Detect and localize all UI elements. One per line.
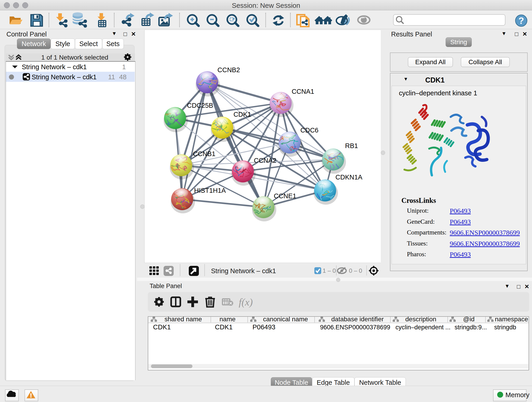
- svg-text:CCNB2: CCNB2: [217, 66, 240, 74]
- svg-text:CDC25B: CDC25B: [187, 102, 213, 109]
- svg-text:CCNE1: CCNE1: [274, 192, 296, 200]
- svg-text:?: ?: [519, 16, 524, 26]
- svg-text:String Network – cdk1: String Network – cdk1: [211, 267, 276, 274]
- svg-text:name: name: [220, 316, 235, 323]
- svg-text:CDC6: CDC6: [300, 127, 318, 134]
- svg-text:0 – 0: 0 – 0: [349, 267, 362, 274]
- svg-text:HIST1H1A: HIST1H1A: [194, 187, 226, 194]
- svg-text:CCNA2: CCNA2: [254, 157, 276, 164]
- svg-text:f(x): f(x): [239, 297, 253, 308]
- svg-text:CCNA1: CCNA1: [292, 88, 314, 95]
- svg-text:RB1: RB1: [345, 142, 358, 149]
- svg-text:stringdb: stringdb: [494, 324, 516, 331]
- svg-text:canonical name: canonical name: [263, 316, 308, 323]
- svg-text:9606.ENSP00000378699: 9606.ENSP00000378699: [320, 324, 390, 331]
- svg-text:shared name: shared name: [165, 316, 202, 323]
- svg-text:description: description: [405, 316, 436, 323]
- svg-text:stringdb:9...: stringdb:9...: [455, 324, 487, 331]
- svg-text:1 – 0: 1 – 0: [323, 267, 336, 274]
- svg-text:cyclin–dependent ...: cyclin–dependent ...: [395, 324, 450, 331]
- svg-text:Memory: Memory: [505, 391, 530, 399]
- svg-text:CDK1: CDK1: [215, 323, 233, 331]
- svg-text:P06493: P06493: [253, 323, 275, 331]
- svg-text:namespace: namespace: [495, 316, 528, 323]
- svg-text:CDK1: CDK1: [153, 323, 171, 331]
- svg-text:CDK1: CDK1: [234, 111, 251, 118]
- svg-text:CDKN1A: CDKN1A: [336, 173, 362, 181]
- svg-text:@id: @id: [463, 316, 475, 323]
- svg-text:database identifier: database identifier: [331, 316, 384, 323]
- svg-text:CCNB1: CCNB1: [193, 150, 215, 157]
